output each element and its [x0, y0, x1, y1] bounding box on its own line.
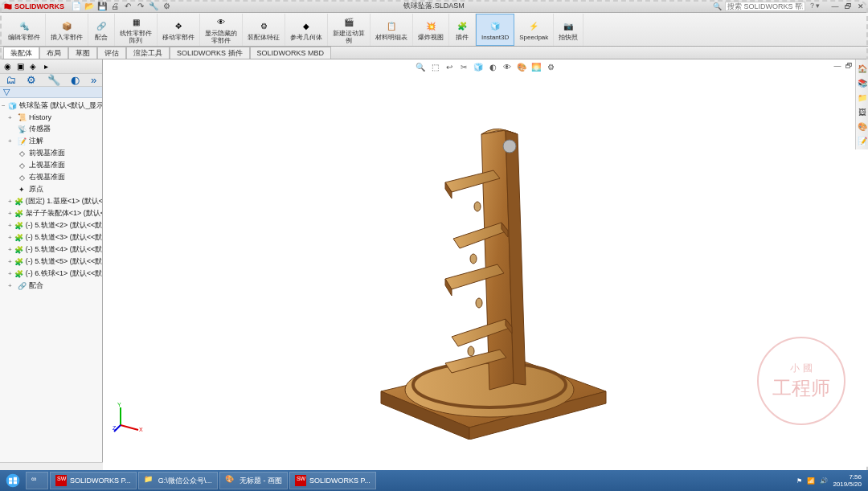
tp-file-explorer-icon[interactable]: 📁	[857, 92, 868, 103]
graphics-viewport[interactable]: 🔍 ⬚ ↩ ✂ 🧊 ◐ 👁 🎨 🌅 ⚙ — 🗗 ✕	[103, 59, 868, 465]
fm-tab-tree-icon[interactable]: 🗂	[6, 74, 16, 86]
tree-node[interactable]: +🔗配合	[0, 280, 102, 292]
tp-appearances-icon[interactable]: 🎨	[857, 121, 868, 132]
taskbar-pinned-1[interactable]: ∞	[26, 472, 48, 489]
view-orient-icon[interactable]: 🧊	[473, 61, 484, 72]
options-icon[interactable]: ⚙	[161, 1, 172, 12]
section-icon[interactable]: ✂	[458, 61, 469, 72]
taskbar-sw-1[interactable]: SWSOLIDWORKS P...	[50, 472, 137, 489]
tab-plugins[interactable]: SOLIDWORKS 插件	[170, 47, 250, 59]
tp-design-lib-icon[interactable]: 📚	[857, 77, 868, 88]
fm-filter-bar[interactable]: ▽	[0, 87, 102, 98]
svg-text:X: X	[139, 427, 143, 432]
tab-render[interactable]: 渲染工具	[126, 47, 170, 59]
vp-max-icon[interactable]: 🗗	[844, 61, 854, 71]
tree-node[interactable]: +🧩(-) 5.轨道<3> (默认<<默认>	[0, 231, 102, 243]
print-icon[interactable]: 🖨	[109, 1, 121, 12]
tab-mbd[interactable]: SOLIDWORKS MBD	[250, 47, 332, 59]
tree-node[interactable]: +🧩(-) 5.轨道<2> (默认<<默认>	[0, 219, 102, 231]
ribbon-exploded[interactable]: 💥爆炸视图	[413, 14, 449, 46]
tree-node[interactable]: +🧩(-) 5.轨道<4> (默认<<默认>	[0, 243, 102, 256]
fm-icon-3[interactable]: ◈	[27, 61, 39, 72]
new-icon[interactable]: 📄	[71, 1, 82, 12]
ribbon-show-hidden[interactable]: 👁显示隐藏的零部件	[200, 14, 243, 46]
start-button[interactable]	[2, 471, 24, 490]
ribbon-edit-component[interactable]: 🔩编辑零部件	[3, 14, 46, 46]
save-icon[interactable]: 💾	[96, 1, 108, 12]
taskbar-paint[interactable]: 🎨无标题 - 画图	[219, 472, 288, 489]
open-icon[interactable]: 📂	[84, 1, 95, 12]
undo-icon[interactable]: ↶	[122, 1, 133, 12]
taskbar-explorer[interactable]: 📁G:\微信公众号\...	[138, 472, 218, 489]
ribbon-addins[interactable]: 🧩插件	[449, 14, 476, 46]
tree-node[interactable]: +📝注解	[0, 135, 102, 147]
fm-icon-2[interactable]: ▣	[14, 61, 26, 72]
search-input[interactable]	[725, 2, 805, 11]
ribbon-pattern[interactable]: ▦线性零部件阵列	[115, 14, 158, 46]
ribbon-toolbar: 🔩编辑零部件 📦插入零部件 🔗配合 ▦线性零部件阵列 ✥移动零部件 👁显示隐藏的…	[0, 13, 868, 47]
ribbon-motion-study[interactable]: 🎬新建运动算例	[328, 14, 371, 46]
title-bar: SOLIDWORKS 📄 📂 💾 🖨 ↶ ↷ 🔧 ⚙ 铁球坠落.SLDASM 🔍…	[0, 0, 868, 13]
tree-node[interactable]: +🧩(-) 6.铁球<1> (默认<<默认>	[0, 268, 102, 280]
appearance-icon[interactable]: 🎨	[516, 61, 527, 72]
fm-icon-1[interactable]: ◉	[2, 61, 13, 72]
tray-flag-icon[interactable]: ⚑	[796, 477, 802, 485]
tree-node[interactable]: ◇上视基准面	[0, 159, 102, 171]
taskbar-sw-2[interactable]: SWSOLIDWORKS P...	[289, 472, 376, 489]
model-render	[325, 86, 646, 440]
tp-resources-icon[interactable]: 🏠	[857, 63, 868, 74]
system-tray[interactable]: ⚑ 📶 🔊 7:562019/5/20	[796, 473, 866, 488]
vp-min-icon[interactable]: —	[833, 61, 842, 71]
close-icon[interactable]: ✕	[855, 2, 866, 11]
tree-node[interactable]: +🧩(-) 5.轨道<5> (默认<<默认>	[0, 256, 102, 268]
view-settings-icon[interactable]: ⚙	[545, 61, 556, 72]
tp-view-palette-icon[interactable]: 🖼	[857, 106, 868, 117]
ribbon-ref-geom[interactable]: ◆参考几何体	[285, 14, 328, 46]
tree-root[interactable]: −🧊铁球坠落 (默认<默认_显示状态-1	[0, 100, 102, 112]
help-dropdown-icon[interactable]: ？▾	[809, 1, 820, 11]
minimize-icon[interactable]: —	[829, 2, 841, 11]
zoom-area-icon[interactable]: ⬚	[429, 61, 440, 72]
ribbon-instant3d[interactable]: 🧊Instant3D	[476, 14, 514, 46]
zoom-fit-icon[interactable]: 🔍	[415, 61, 426, 72]
help-search: 🔍 ？▾	[713, 1, 820, 11]
tab-sketch[interactable]: 草图	[68, 47, 97, 59]
tab-evaluate[interactable]: 评估	[97, 47, 126, 59]
fm-tab-prop-icon[interactable]: ⚙	[27, 74, 36, 86]
tray-net-icon[interactable]: 📶	[807, 477, 815, 485]
hide-show-icon[interactable]: 👁	[502, 61, 513, 72]
redo-icon[interactable]: ↷	[135, 1, 146, 12]
tree-node[interactable]: +🧩架子子装配体<1> (默认<<默	[0, 207, 102, 219]
tree-node[interactable]: +📜History	[0, 112, 102, 123]
tray-vol-icon[interactable]: 🔊	[820, 477, 828, 485]
ribbon-assembly-feature[interactable]: ⚙装配体特征	[243, 14, 285, 46]
prev-view-icon[interactable]: ↩	[444, 61, 455, 72]
ribbon-mate[interactable]: 🔗配合	[88, 14, 115, 46]
task-pane: 🏠 📚 📁 🖼 🎨 📝	[855, 59, 868, 149]
scene-icon[interactable]: 🌅	[530, 61, 542, 72]
tp-custom-props-icon[interactable]: 📝	[857, 135, 868, 146]
fm-tab-conf-icon[interactable]: 🔧	[47, 74, 60, 86]
fm-tab-more-icon[interactable]: »	[91, 74, 96, 86]
restore-icon[interactable]: 🗗	[842, 2, 854, 11]
rebuild-icon[interactable]: 🔧	[148, 1, 159, 12]
tree-node[interactable]: ◇前视基准面	[0, 147, 102, 159]
fm-scrollbar[interactable]	[0, 462, 103, 470]
display-style-icon[interactable]: ◐	[487, 61, 498, 72]
ribbon-move-component[interactable]: ✥移动零部件	[158, 14, 200, 46]
ribbon-insert-component[interactable]: 📦插入零部件	[46, 14, 88, 46]
tree-node[interactable]: +🧩(固定) 1.基座<1> (默认<<默	[0, 195, 102, 207]
ribbon-bom[interactable]: 📋材料明细表	[371, 14, 413, 46]
svg-point-2	[503, 140, 516, 153]
tab-layout[interactable]: 布局	[39, 47, 68, 59]
tree-node[interactable]: 📡传感器	[0, 123, 102, 135]
orientation-triad[interactable]: Y X Z	[113, 401, 145, 433]
tree-node[interactable]: ◇右视基准面	[0, 171, 102, 183]
ribbon-speedpak[interactable]: ⚡Speedpak	[514, 14, 554, 46]
fm-tab-disp-icon[interactable]: ◐	[71, 74, 80, 86]
filter-icon: ▽	[3, 87, 10, 97]
ribbon-snapshot[interactable]: 📷拍快照	[554, 14, 583, 46]
tab-assembly[interactable]: 装配体	[3, 47, 39, 59]
tree-node[interactable]: ✦原点	[0, 183, 102, 195]
fm-icon-4[interactable]: ▸	[40, 61, 51, 72]
